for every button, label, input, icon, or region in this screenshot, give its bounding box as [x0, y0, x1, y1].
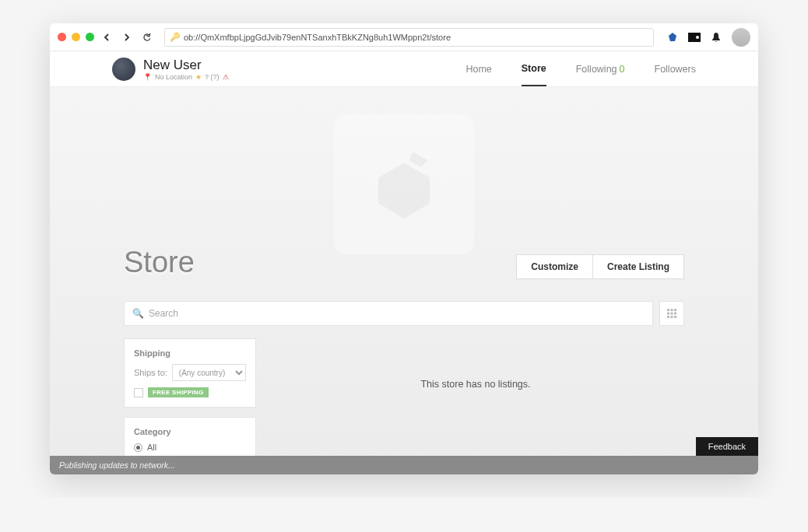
back-button[interactable]: [99, 30, 114, 45]
category-all-radio[interactable]: [134, 443, 142, 452]
profile-location: No Location: [155, 73, 192, 81]
key-icon: 🔑: [170, 32, 181, 42]
traffic-lights: [58, 33, 94, 41]
forward-button[interactable]: [119, 30, 135, 45]
profile-rating: ? (?): [205, 73, 220, 81]
nav-tabs: Home Store Following 0 Followers: [465, 51, 696, 86]
search-icon: 🔍: [132, 308, 144, 319]
following-count: 0: [620, 64, 625, 75]
svg-rect-7: [674, 313, 676, 315]
user-avatar-small[interactable]: [732, 28, 750, 47]
app-window: 🔑 ob://QmXmfbpLjpgGdJvib79enNTSanxhTBkKZ…: [50, 23, 758, 474]
profile-meta: 📍 No Location ★ ? (?) ⚠: [143, 73, 229, 81]
close-window-button[interactable]: [58, 33, 66, 41]
svg-rect-5: [667, 313, 669, 315]
profile-block: New User 📍 No Location ★ ? (?) ⚠: [112, 58, 229, 81]
store-hero: Store Customize Create Listing: [50, 87, 758, 293]
create-listing-button[interactable]: Create Listing: [592, 254, 684, 279]
body-row: 🔍 Search Shipping: [50, 293, 758, 456]
status-bar: Publishing updates to network...: [50, 456, 758, 474]
svg-rect-10: [674, 316, 676, 318]
listings-column: This store has no listings.: [267, 338, 684, 390]
hero-actions: Customize Create Listing: [516, 254, 684, 279]
shipping-panel: Shipping Ships to: (Any country) FREE SH…: [124, 338, 256, 408]
category-all-row[interactable]: All: [134, 443, 246, 452]
content-area: Store Customize Create Listing 🔍 Search: [50, 87, 758, 456]
maximize-window-button[interactable]: [86, 33, 94, 41]
category-title: Category: [134, 427, 246, 436]
store-logo-placeholder: [334, 114, 474, 254]
category-all-label: All: [147, 443, 156, 452]
profile-name: New User: [143, 58, 229, 73]
country-select[interactable]: (Any country): [172, 364, 246, 381]
star-icon: ★: [195, 73, 202, 81]
svg-rect-6: [671, 313, 673, 315]
pin-icon: 📍: [143, 73, 152, 81]
svg-rect-8: [667, 316, 669, 318]
refresh-button[interactable]: [139, 30, 155, 45]
warning-icon: ⚠: [223, 73, 229, 81]
free-shipping-checkbox[interactable]: [134, 388, 143, 397]
address-text: ob://QmXmfbpLjpgGdJvib79enNTSanxhTBkKZNg…: [184, 33, 451, 42]
titlebar: 🔑 ob://QmXmfbpLjpgGdJvib79enNTSanxhTBkKZ…: [50, 23, 758, 51]
tab-following[interactable]: Following 0: [576, 51, 625, 86]
app-icon[interactable]: [666, 31, 679, 44]
profile-avatar[interactable]: [112, 58, 135, 81]
free-shipping-badge: FREE SHIPPING: [148, 387, 209, 397]
search-row: 🔍 Search: [124, 301, 684, 326]
ships-to-label: Ships to:: [134, 368, 167, 377]
tab-home[interactable]: Home: [465, 51, 491, 86]
svg-rect-2: [667, 309, 669, 311]
wallet-icon[interactable]: [688, 31, 701, 44]
bell-icon[interactable]: [710, 31, 722, 44]
minimize-window-button[interactable]: [72, 33, 80, 41]
svg-rect-9: [671, 316, 673, 318]
customize-button[interactable]: Customize: [516, 254, 592, 279]
svg-rect-4: [674, 309, 676, 311]
tab-following-label: Following: [576, 64, 617, 75]
profile-header: New User 📍 No Location ★ ? (?) ⚠ Home St…: [50, 51, 758, 87]
ships-to-row: Ships to: (Any country): [134, 364, 246, 381]
address-bar[interactable]: 🔑 ob://QmXmfbpLjpgGdJvib79enNTSanxhTBkKZ…: [164, 28, 654, 47]
shipping-title: Shipping: [134, 348, 246, 358]
tab-store[interactable]: Store: [522, 51, 546, 86]
category-panel: Category All: [124, 417, 256, 456]
search-input[interactable]: 🔍 Search: [124, 301, 653, 326]
status-text: Publishing updates to network...: [59, 460, 175, 470]
free-shipping-row: FREE SHIPPING: [134, 387, 246, 397]
feedback-button[interactable]: Feedback: [696, 437, 758, 456]
svg-rect-3: [671, 309, 673, 311]
empty-listings-message: This store has no listings.: [267, 379, 684, 390]
tab-followers[interactable]: Followers: [655, 51, 697, 86]
svg-point-1: [696, 36, 699, 39]
grid-view-button[interactable]: [659, 301, 684, 326]
store-title: Store: [124, 246, 195, 279]
search-placeholder: Search: [149, 308, 178, 319]
toolbar-right: [666, 28, 750, 47]
filters-column: Shipping Ships to: (Any country) FREE SH…: [124, 338, 256, 456]
